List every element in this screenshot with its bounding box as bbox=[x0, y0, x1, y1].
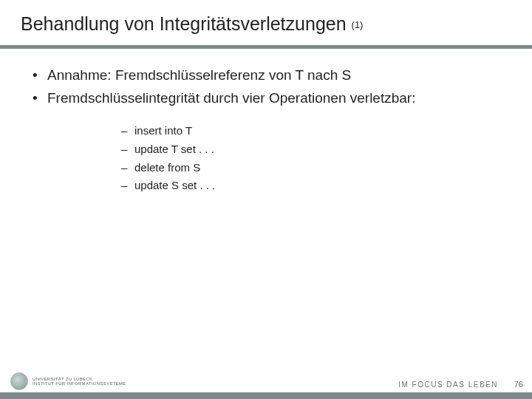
footer: UNIVERSITÄT ZU LÜBECK INSTITUT FÜR INFOR… bbox=[0, 374, 532, 399]
subbullet-text: insert into T bbox=[134, 124, 192, 137]
university-logo: UNIVERSITÄT ZU LÜBECK INSTITUT FÜR INFOR… bbox=[10, 372, 126, 390]
slide: Behandlung von Integritätsverletzungen (… bbox=[0, 0, 532, 399]
content-area: Annahme: Fremdschlüsselreferenz von T na… bbox=[0, 49, 532, 194]
title-area: Behandlung von Integritätsverletzungen (… bbox=[0, 0, 532, 41]
bullet-list: Annahme: Fremdschlüsselreferenz von T na… bbox=[33, 65, 502, 108]
motto: IM FOCUS DAS LEBEN bbox=[398, 381, 498, 389]
slide-title: Behandlung von Integritätsverletzungen (… bbox=[21, 13, 517, 35]
subbullet-text: delete from S bbox=[134, 161, 200, 174]
list-item: Annahme: Fremdschlüsselreferenz von T na… bbox=[33, 65, 502, 86]
bullet-text: Fremdschlüsselintegrität durch vier Oper… bbox=[47, 90, 415, 106]
title-sub: (1) bbox=[352, 19, 364, 30]
subbullet-text: update T set . . . bbox=[134, 143, 214, 155]
university-text: UNIVERSITÄT ZU LÜBECK INSTITUT FÜR INFOR… bbox=[33, 377, 126, 386]
list-item: Fremdschlüsselintegrität durch vier Oper… bbox=[33, 88, 502, 109]
list-item: update T set . . . bbox=[121, 141, 502, 157]
footer-bar bbox=[0, 392, 532, 399]
list-item: insert into T bbox=[121, 123, 502, 139]
uni-line2: INSTITUT FÜR INFORMATIONSSYSTEME bbox=[33, 381, 126, 386]
title-main: Behandlung von Integritätsverletzungen bbox=[21, 13, 347, 34]
page-number: 76 bbox=[514, 380, 523, 389]
bullet-text: Annahme: Fremdschlüsselreferenz von T na… bbox=[47, 67, 351, 83]
list-item: update S set . . . bbox=[121, 177, 502, 194]
sub-bullet-list: insert into T update T set . . . delete … bbox=[121, 123, 502, 194]
list-item: delete from S bbox=[121, 160, 502, 176]
seal-icon bbox=[10, 372, 28, 390]
subbullet-text: update S set . . . bbox=[134, 179, 215, 191]
